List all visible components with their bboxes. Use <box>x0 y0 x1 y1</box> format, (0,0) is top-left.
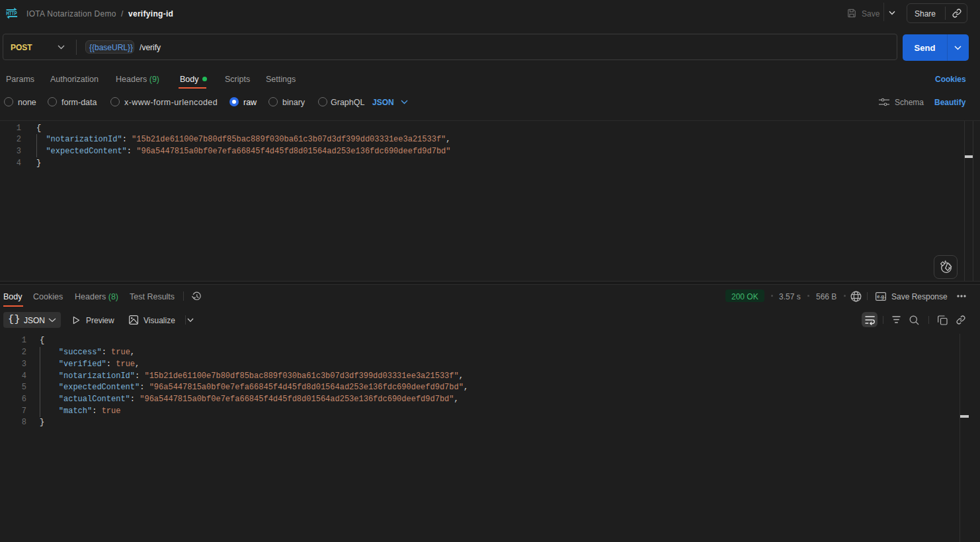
svg-text:e.g.: e.g. <box>877 293 885 299</box>
svg-text:HTTP: HTTP <box>6 10 17 17</box>
